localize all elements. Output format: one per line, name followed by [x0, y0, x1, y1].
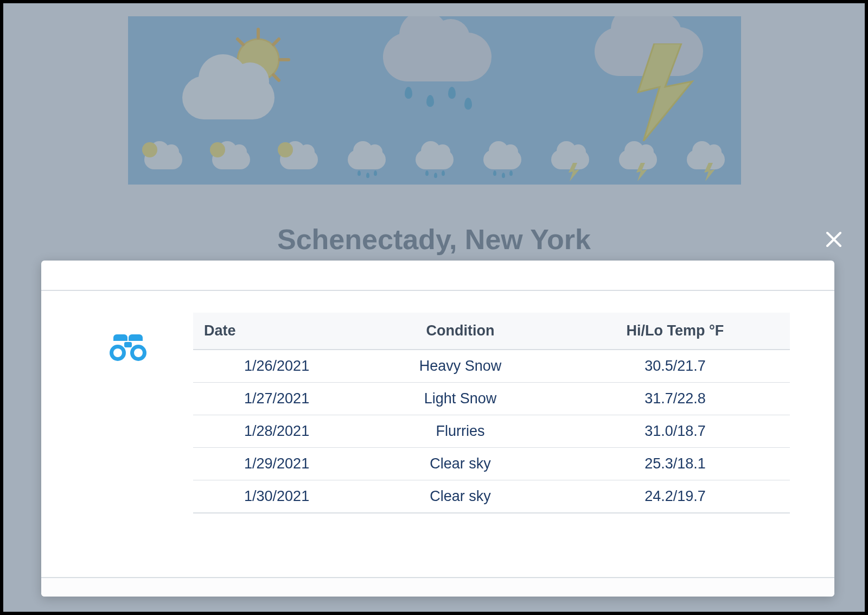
app-frame: Schenectady, New York — [0, 0, 868, 615]
table-row: 1/30/2021 Clear sky 24.2/19.7 — [193, 480, 790, 513]
forecast-table: Date Condition Hi/Lo Temp °F 1/26/2021 H… — [193, 313, 790, 513]
svg-rect-15 — [124, 342, 132, 347]
modal-body: Date Condition Hi/Lo Temp °F 1/26/2021 H… — [41, 291, 834, 577]
svg-point-19 — [134, 348, 143, 357]
cell-temp: 25.3/18.1 — [560, 448, 790, 480]
modal-aside — [63, 313, 193, 362]
table-row: 1/27/2021 Light Snow 31.7/22.8 — [193, 383, 790, 415]
cell-temp: 31.0/18.7 — [560, 415, 790, 448]
col-header-date: Date — [193, 313, 360, 350]
cell-date: 1/26/2021 — [193, 350, 360, 383]
page-root: Schenectady, New York — [3, 3, 865, 612]
col-header-temp: Hi/Lo Temp °F — [560, 313, 790, 350]
cell-condition: Clear sky — [360, 448, 560, 480]
cell-temp: 30.5/21.7 — [560, 350, 790, 383]
cell-date: 1/30/2021 — [193, 480, 360, 513]
cell-condition: Light Snow — [360, 383, 560, 415]
modal-header — [41, 261, 834, 291]
col-header-condition: Condition — [360, 313, 560, 350]
cell-condition: Flurries — [360, 415, 560, 448]
cell-date: 1/29/2021 — [193, 448, 360, 480]
close-button[interactable] — [821, 227, 846, 252]
svg-point-18 — [113, 348, 122, 357]
modal-footer — [41, 577, 834, 597]
table-header-row: Date Condition Hi/Lo Temp °F — [193, 313, 790, 350]
table-row: 1/28/2021 Flurries 31.0/18.7 — [193, 415, 790, 448]
cell-date: 1/28/2021 — [193, 415, 360, 448]
cell-condition: Heavy Snow — [360, 350, 560, 383]
binoculars-icon — [107, 331, 149, 362]
close-icon — [825, 230, 843, 249]
table-row: 1/26/2021 Heavy Snow 30.5/21.7 — [193, 350, 790, 383]
cell-date: 1/27/2021 — [193, 383, 360, 415]
table-row: 1/29/2021 Clear sky 25.3/18.1 — [193, 448, 790, 480]
cell-temp: 31.7/22.8 — [560, 383, 790, 415]
cell-condition: Clear sky — [360, 480, 560, 513]
forecast-modal: Date Condition Hi/Lo Temp °F 1/26/2021 H… — [41, 261, 834, 597]
cell-temp: 24.2/19.7 — [560, 480, 790, 513]
